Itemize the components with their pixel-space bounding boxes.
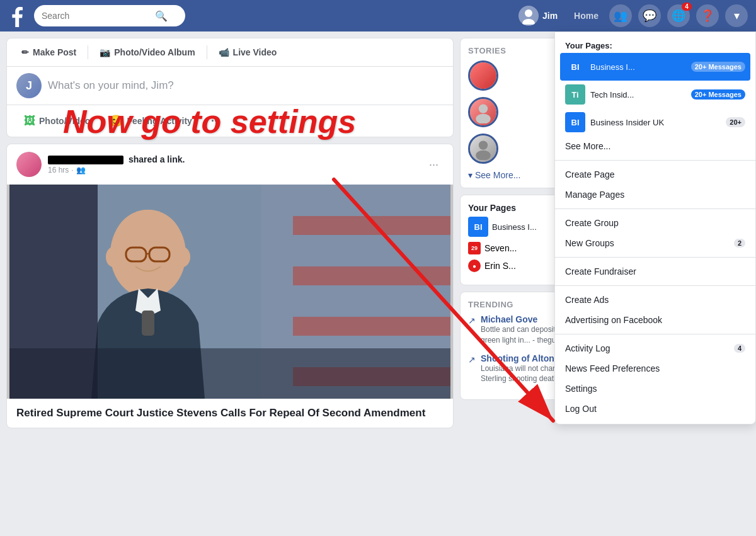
dropdown-news-feed-preferences[interactable]: News Feed Preferences	[555, 358, 755, 379]
dropdown-separator-3	[555, 285, 755, 286]
globe-icon: 🌐	[672, 9, 685, 23]
dropdown-advertising-on-facebook[interactable]: Advertising on Facebook	[555, 310, 755, 330]
search-icon: 🔍	[155, 10, 168, 22]
post-more-btn[interactable]: ···	[424, 156, 444, 174]
post-user-info: shared a link. 16 hrs · 👥	[48, 154, 424, 174]
svg-point-1	[522, 19, 535, 25]
photo-video-album-button[interactable]: 📷 Photo/Video Album	[94, 45, 200, 60]
svg-point-13	[106, 247, 121, 267]
svg-point-0	[525, 9, 532, 17]
dropdown-create-ads[interactable]: Create Ads	[555, 290, 755, 310]
shared-text: shared a link.	[129, 154, 185, 164]
create-post-toolbar: ✏ Make Post 📷 Photo/Video Album 📹 Live V…	[7, 38, 453, 67]
more-options-button[interactable]: ···	[203, 111, 228, 132]
dropdown-pages-area: BI Business I... 20+ Messages Ti Tech In…	[555, 53, 755, 136]
dropdown-create-fundraiser[interactable]: Create Fundraiser	[555, 261, 755, 282]
messenger-icon-btn[interactable]: 💬	[638, 4, 661, 27]
chevron-down-icon: ▾	[734, 9, 740, 23]
photo-video-button[interactable]: 🖼 Photo/Video	[16, 111, 98, 132]
toolbar-separator-2	[207, 45, 207, 59]
svg-point-9	[113, 210, 183, 279]
dropdown-page-badge-2: 20+	[726, 117, 745, 127]
dropdown-page-item-0[interactable]: BI Business I... 20+ Messages	[560, 53, 750, 81]
make-post-button[interactable]: ✏ Make Post	[16, 45, 81, 60]
dropdown-page-badge-0: 20+ Messages	[691, 62, 745, 72]
svg-point-21	[476, 151, 490, 160]
svg-rect-4	[293, 216, 450, 235]
dropdown-page-avatar-0: BI	[565, 57, 585, 77]
post-header: shared a link. 16 hrs · 👥 ···	[7, 144, 453, 185]
dropdown-page-item-2[interactable]: BI Business Insider UK 20+	[560, 108, 750, 136]
help-icon: ❓	[701, 9, 714, 23]
svg-rect-15	[142, 311, 154, 336]
dropdown-create-group[interactable]: Create Group	[555, 213, 755, 233]
story-avatar-3	[468, 134, 498, 164]
activity-log-badge: 4	[734, 344, 745, 353]
post-actions-row: 🖼 Photo/Video 😊 Feeling/Activity ···	[7, 105, 453, 137]
toolbar-separator	[88, 45, 88, 59]
friends-icon-btn[interactable]: 👥	[609, 4, 632, 27]
live-video-button[interactable]: 📹 Live Video	[214, 45, 282, 60]
story-avatar-1	[468, 60, 498, 91]
home-link[interactable]: Home	[568, 8, 605, 23]
post-image	[7, 185, 453, 399]
facebook-logo[interactable]	[6, 4, 29, 27]
dropdown-separator-1	[555, 208, 755, 209]
trending-icon-1: ↗	[468, 355, 476, 365]
dropdown-separator-2	[555, 257, 755, 258]
group-icon: ●	[468, 259, 481, 272]
notifications-icon-btn[interactable]: 🌐 4	[667, 4, 690, 27]
dropdown-new-groups[interactable]: New Groups 2	[555, 233, 755, 253]
svg-point-14	[175, 247, 190, 267]
main-feed: ✏ Make Post 📷 Photo/Video Album 📹 Live V…	[0, 31, 454, 536]
feeling-activity-button[interactable]: 😊 Feeling/Activity	[101, 110, 199, 132]
event-name-1: Seven...	[484, 243, 517, 253]
dropdown-settings[interactable]: Settings	[555, 379, 755, 399]
dropdown-page-badge-1: 20+ Messages	[691, 89, 745, 100]
photo-video-icon: 🖼	[24, 115, 35, 128]
svg-rect-6	[293, 317, 450, 336]
svg-point-18	[479, 104, 488, 113]
friends-icon: 👥	[614, 9, 627, 23]
notification-badge: 4	[682, 3, 692, 11]
search-bar[interactable]: 🔍	[34, 5, 185, 26]
dropdown-separator-4	[555, 334, 755, 334]
story-avatar-2	[468, 97, 498, 127]
more-icon: ···	[211, 115, 220, 128]
help-icon-btn[interactable]: ❓	[696, 4, 719, 27]
dropdown-icon-btn[interactable]: ▾	[725, 4, 748, 27]
nav-links: Home 👥 💬 🌐 4 ❓ ▾	[568, 4, 750, 27]
dropdown-page-avatar-2: BI	[565, 112, 585, 132]
dropdown-page-avatar-1: Ti	[565, 84, 585, 105]
dropdown-page-item-1[interactable]: Ti Tech Insid... 20+ Messages	[560, 81, 750, 108]
dropdown-create-page[interactable]: Create Page	[555, 164, 755, 185]
dropdown-activity-log[interactable]: Activity Log 4	[555, 338, 755, 358]
trending-icon-0: ↗	[468, 316, 476, 326]
post-placeholder[interactable]: What's on your mind, Jim?	[48, 79, 174, 92]
user-avatar: J	[16, 73, 42, 98]
dropdown-manage-pages[interactable]: Manage Pages	[555, 185, 755, 205]
navbar: 🔍 Jim Home 👥 💬 🌐 4 ❓ ▾	[0, 0, 756, 31]
post-meta: 16 hrs · 👥	[48, 166, 424, 174]
redacted-name	[48, 156, 123, 164]
pencil-icon: ✏	[21, 47, 29, 57]
photo-icon: 📷	[100, 47, 110, 57]
messenger-icon: 💬	[643, 9, 656, 23]
svg-rect-5	[293, 266, 450, 285]
calendar-icon: 29	[468, 242, 481, 254]
post-card: shared a link. 16 hrs · 👥 ···	[6, 144, 454, 428]
post-input-row: J What's on your mind, Jim?	[7, 67, 453, 105]
search-input[interactable]	[42, 11, 155, 21]
post-caption-title: Retired Supreme Court Justice Stevens Ca…	[16, 406, 444, 420]
svg-point-19	[476, 114, 490, 123]
create-post-box: ✏ Make Post 📷 Photo/Video Album 📹 Live V…	[6, 38, 454, 137]
video-icon: 📹	[219, 47, 229, 57]
dropdown-see-more[interactable]: See More...	[555, 136, 755, 156]
dropdown-page-name-2: Business Insider UK	[590, 118, 721, 127]
user-profile-nav[interactable]: Jim	[518, 6, 558, 26]
page-avatar-0: BI	[468, 217, 488, 237]
svg-point-20	[479, 140, 488, 149]
post-user-avatar	[16, 152, 42, 177]
dropdown-log-out[interactable]: Log Out	[555, 399, 755, 419]
feeling-icon: 😊	[109, 114, 123, 128]
